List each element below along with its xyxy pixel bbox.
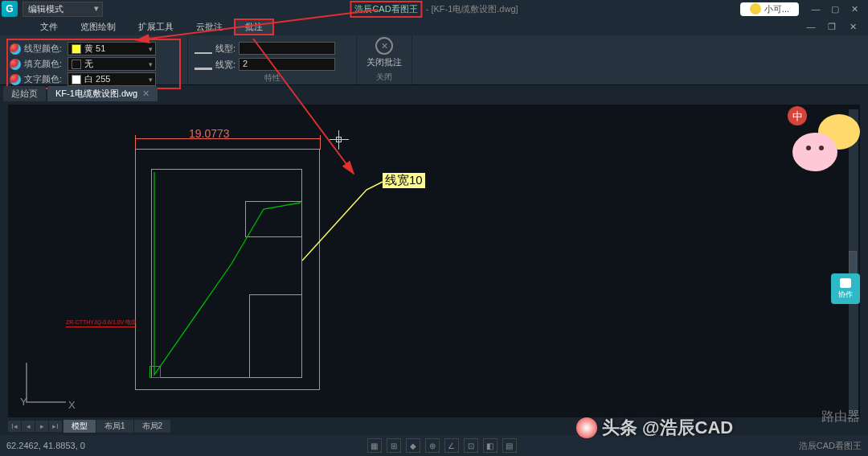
green-marker <box>149 366 161 378</box>
menu-cloud[interactable]: 云批注 <box>185 18 234 35</box>
color-wheel-icon <box>10 59 21 70</box>
status-tool-icon[interactable]: ⊕ <box>425 438 440 453</box>
annotation-leader <box>302 180 387 265</box>
window-file-name: - [KF-1电缆敷设图.dwg] <box>426 3 518 15</box>
close-annotation-button[interactable]: 关闭批注 <box>366 56 402 68</box>
status-tool-icon[interactable]: ∠ <box>444 438 459 453</box>
lineweight-icon <box>194 60 212 70</box>
app-logo: G <box>2 1 18 17</box>
doc-restore-button[interactable]: ❐ <box>823 20 841 33</box>
doc-close-button[interactable]: ✕ <box>844 20 862 33</box>
crosshair-cursor <box>330 130 349 150</box>
dim-extension <box>320 135 321 150</box>
linetype-icon <box>194 43 212 54</box>
color-properties-panel: 线型颜色: 黄 51 填充颜色: 无 文字颜色: 白 255 <box>6 39 181 89</box>
watermark-toutiao: 头条 @浩辰CAD <box>576 416 733 440</box>
menu-file[interactable]: 文件 <box>29 18 69 35</box>
collaboration-button[interactable]: 协作 <box>831 273 860 304</box>
line-color-select[interactable]: 黄 51 <box>68 42 156 55</box>
toutiao-logo-icon <box>576 417 597 438</box>
maximize-button[interactable]: ▢ <box>826 2 844 15</box>
status-tool-icon[interactable]: ▦ <box>367 438 382 453</box>
annotation-callout[interactable]: 线宽10 <box>383 173 425 188</box>
brand-label: 浩辰CAD看图王 <box>799 440 862 452</box>
layout-tab-1[interactable]: 布局1 <box>96 420 133 433</box>
user-chip[interactable]: 小可... <box>740 2 799 16</box>
layout-nav-first[interactable]: I◂ <box>8 421 21 432</box>
ucs-icon <box>26 359 70 403</box>
tab-dwg[interactable]: KF-1电缆敷设图.dwg✕ <box>47 86 158 101</box>
doc-minimize-button[interactable]: — <box>802 20 820 33</box>
drawing-entity <box>245 201 302 237</box>
drawing-canvas[interactable]: 19.0773 ZR-CTTHYJQ-0.6/1.0V 电缆 线宽10 Y X <box>8 105 860 417</box>
status-tool-icon[interactable]: ⊡ <box>464 438 478 453</box>
layout-nav-last[interactable]: ▸I <box>49 421 62 432</box>
status-tool-icon[interactable]: ◆ <box>406 438 420 453</box>
layout-tab-2[interactable]: 布局2 <box>134 420 171 433</box>
avatar-icon <box>750 3 761 14</box>
layout-tab-model[interactable]: 模型 <box>63 420 96 433</box>
layout-nav-next[interactable]: ▸ <box>35 421 48 432</box>
close-button[interactable]: ✕ <box>845 2 863 15</box>
close-annotation-icon[interactable]: ✕ <box>375 37 393 55</box>
text-color-select[interactable]: 白 255 <box>68 72 156 86</box>
color-wheel-icon <box>10 74 21 85</box>
line-color-label: 线型颜色: <box>24 43 64 55</box>
chat-icon <box>840 278 851 288</box>
fill-color-select[interactable]: 无 <box>68 57 156 71</box>
axis-x-label: X <box>68 399 76 411</box>
lineweight-select[interactable]: 2 <box>239 58 335 71</box>
ribbon-group-label-props: 特性 <box>194 71 350 84</box>
swatch-none <box>72 60 81 69</box>
mode-select[interactable]: 编辑模式 <box>23 2 103 17</box>
lineweight-label: 线宽: <box>215 59 235 71</box>
ribbon-group-label-close: 关闭 <box>376 70 392 83</box>
layout-nav-prev[interactable]: ◂ <box>22 421 35 432</box>
fill-color-label: 填充颜色: <box>24 58 64 70</box>
text-color-label: 文字颜色: <box>24 73 64 85</box>
swatch-yellow <box>72 44 81 54</box>
axis-y-label: Y <box>20 396 27 408</box>
watermark-router: 路由器 <box>821 409 860 425</box>
color-wheel-icon <box>10 43 21 55</box>
linetype-label: 线型: <box>215 43 235 55</box>
coordinates-display: 62.2462, 41.8853, 0 <box>6 441 85 450</box>
linetype-select[interactable] <box>239 42 335 55</box>
status-tool-icon[interactable]: ⊞ <box>387 438 401 453</box>
tab-close-icon[interactable]: ✕ <box>142 88 149 98</box>
tab-start[interactable]: 起始页 <box>3 86 46 101</box>
minimize-button[interactable]: — <box>807 2 825 15</box>
status-tool-icon[interactable]: ◧ <box>483 438 497 453</box>
drawing-text: ZR-CTTHYJQ-0.6/1.0V 电缆 <box>66 318 137 327</box>
user-name: 小可... <box>764 3 789 15</box>
status-tool-icon[interactable]: ▤ <box>502 438 517 453</box>
app-title: 浩辰CAD看图王 <box>350 1 422 18</box>
drawing-entity <box>249 294 302 378</box>
swatch-white <box>72 75 81 84</box>
menu-annotate[interactable]: 批注 <box>234 18 274 35</box>
dim-extension <box>135 135 136 150</box>
dimension-value: 19.0773 <box>189 127 230 140</box>
menu-view[interactable]: 览图绘制 <box>69 18 127 35</box>
menu-ext[interactable]: 扩展工具 <box>127 18 185 35</box>
scrollbar-vertical[interactable] <box>849 109 858 416</box>
